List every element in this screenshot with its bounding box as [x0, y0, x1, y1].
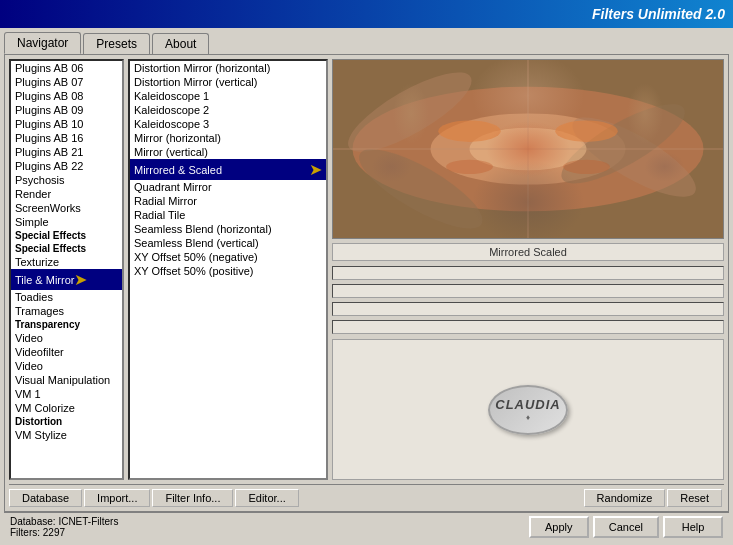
- cancel-button[interactable]: Cancel: [593, 516, 659, 538]
- apply-button[interactable]: Apply: [529, 516, 589, 538]
- category-item[interactable]: Tramages: [11, 304, 122, 318]
- svg-point-7: [470, 128, 587, 171]
- category-item[interactable]: Toadies: [11, 290, 122, 304]
- category-item[interactable]: Render: [11, 187, 122, 201]
- svg-rect-0: [333, 60, 723, 238]
- filter-item[interactable]: Kaleidoscope 3: [130, 117, 326, 131]
- category-item[interactable]: Distortion: [11, 415, 122, 428]
- slider-row-3[interactable]: [332, 302, 724, 316]
- tab-presets[interactable]: Presets: [83, 33, 150, 54]
- category-item[interactable]: Plugins AB 09: [11, 103, 122, 117]
- filter-item[interactable]: Radial Tile: [130, 208, 326, 222]
- slider-row-2[interactable]: [332, 284, 724, 298]
- svg-point-4: [563, 104, 706, 211]
- editor-button[interactable]: Editor...: [235, 489, 298, 507]
- filter-item[interactable]: Distortion Mirror (vertical): [130, 75, 326, 89]
- svg-point-10: [438, 121, 500, 142]
- filter-item[interactable]: Radial Mirror: [130, 194, 326, 208]
- svg-point-2: [431, 113, 626, 184]
- category-item[interactable]: VM Colorize: [11, 401, 122, 415]
- svg-point-3: [338, 60, 481, 166]
- filter-item[interactable]: XY Offset 50% (positive): [130, 264, 326, 278]
- filter-item[interactable]: Kaleidoscope 1: [130, 89, 326, 103]
- svg-point-5: [349, 135, 492, 238]
- filter-item[interactable]: Distortion Mirror (horizontal): [130, 61, 326, 75]
- filter-item[interactable]: Quadrant Mirror: [130, 180, 326, 194]
- filters-label: Filters:: [10, 527, 40, 538]
- category-item[interactable]: VM Stylize: [11, 428, 122, 442]
- category-item[interactable]: Texturize: [11, 255, 122, 269]
- category-list[interactable]: Plugins AB 06 Plugins AB 07 Plugins AB 0…: [9, 59, 124, 480]
- reset-button[interactable]: Reset: [667, 489, 722, 507]
- filter-item[interactable]: Seamless Blend (horizontal): [130, 222, 326, 236]
- import-button[interactable]: Import...: [84, 489, 150, 507]
- slider-row-4[interactable]: [332, 320, 724, 334]
- slider-row-1[interactable]: [332, 266, 724, 280]
- category-item[interactable]: Plugins AB 21: [11, 145, 122, 159]
- category-item[interactable]: Videofilter: [11, 345, 122, 359]
- category-item[interactable]: Plugins AB 06: [11, 61, 122, 75]
- svg-point-12: [446, 160, 493, 174]
- status-left: Database: ICNET-Filters Filters: 2297: [10, 516, 118, 538]
- filter-item-mirrored-scaled[interactable]: Mirrored & Scaled ➤: [130, 159, 326, 180]
- randomize-button[interactable]: Randomize: [584, 489, 666, 507]
- filter-name-display: Mirrored Scaled: [332, 243, 724, 261]
- category-item[interactable]: ScreenWorks: [11, 201, 122, 215]
- category-item[interactable]: Plugins AB 22: [11, 159, 122, 173]
- category-item[interactable]: Plugins AB 16: [11, 131, 122, 145]
- filter-item[interactable]: Mirror (vertical): [130, 145, 326, 159]
- filter-item[interactable]: Seamless Blend (vertical): [130, 236, 326, 250]
- svg-point-1: [353, 87, 704, 212]
- status-bar: Database: ICNET-Filters Filters: 2297 Ap…: [4, 512, 729, 541]
- category-item-tile-mirror[interactable]: Tile & Mirror ➤: [11, 269, 122, 290]
- category-item[interactable]: Special Effects: [11, 242, 122, 255]
- filter-list[interactable]: Distortion Mirror (horizontal) Distortio…: [128, 59, 328, 480]
- tab-navigator[interactable]: Navigator: [4, 32, 81, 54]
- sliders-section: [332, 265, 724, 335]
- filter-item[interactable]: XY Offset 50% (negative): [130, 250, 326, 264]
- category-item[interactable]: Plugins AB 08: [11, 89, 122, 103]
- action-buttons: Apply Cancel Help: [529, 516, 723, 538]
- claudia-badge: CLAUDIA ♦: [488, 385, 568, 435]
- bottom-toolbar: Database Import... Filter Info... Editor…: [9, 484, 724, 507]
- svg-point-13: [563, 160, 610, 174]
- preview-image: [332, 59, 724, 239]
- category-item[interactable]: VM 1: [11, 387, 122, 401]
- category-item[interactable]: Video: [11, 331, 122, 345]
- filter-item[interactable]: Kaleidoscope 2: [130, 103, 326, 117]
- filter-info-button[interactable]: Filter Info...: [152, 489, 233, 507]
- category-item[interactable]: Psychosis: [11, 173, 122, 187]
- database-button[interactable]: Database: [9, 489, 82, 507]
- tab-about[interactable]: About: [152, 33, 209, 54]
- category-item[interactable]: Special Effects: [11, 229, 122, 242]
- category-item[interactable]: Plugins AB 07: [11, 75, 122, 89]
- help-button[interactable]: Help: [663, 516, 723, 538]
- filter-item[interactable]: Mirror (horizontal): [130, 131, 326, 145]
- filters-value: 2297: [43, 527, 65, 538]
- svg-point-6: [552, 90, 695, 197]
- category-item[interactable]: Transparency: [11, 318, 122, 331]
- database-label: Database:: [10, 516, 56, 527]
- category-item[interactable]: Video: [11, 359, 122, 373]
- category-item[interactable]: Visual Manipulation: [11, 373, 122, 387]
- app-title: Filters Unlimited 2.0: [592, 6, 725, 22]
- svg-point-11: [555, 121, 617, 142]
- category-item[interactable]: Plugins AB 10: [11, 117, 122, 131]
- watermark-area: CLAUDIA ♦: [332, 339, 724, 480]
- database-value: ICNET-Filters: [58, 516, 118, 527]
- filter-selection-arrow-icon: ➤: [309, 160, 322, 179]
- category-item[interactable]: Simple: [11, 215, 122, 229]
- selection-arrow-icon: ➤: [74, 270, 87, 289]
